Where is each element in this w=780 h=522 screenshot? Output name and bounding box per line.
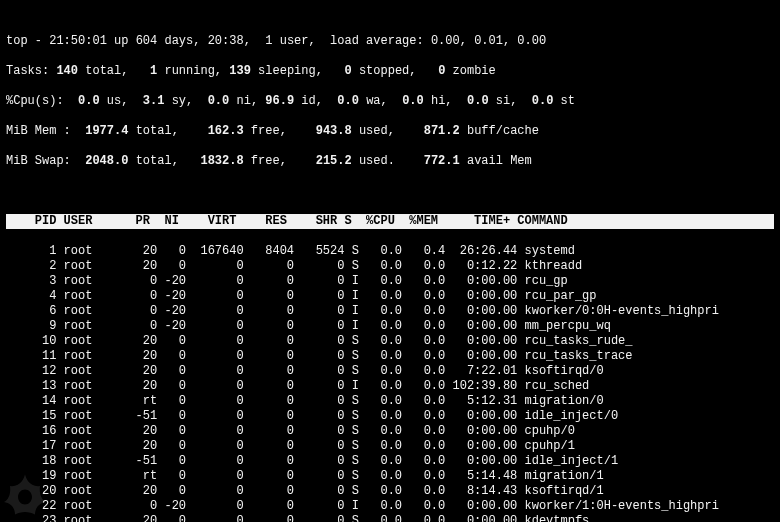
process-row: 15 root -51 0 0 0 0 S 0.0 0.0 0:00.00 id…: [6, 409, 774, 424]
process-row: 18 root -51 0 0 0 0 S 0.0 0.0 0:00.00 id…: [6, 454, 774, 469]
summary-line-cpu: %Cpu(s): 0.0 us, 3.1 sy, 0.0 ni, 96.9 id…: [6, 94, 774, 109]
process-row: 23 root 20 0 0 0 0 S 0.0 0.0 0:00.00 kde…: [6, 514, 774, 522]
blank-line: [6, 184, 774, 199]
summary-line-mem: MiB Mem : 1977.4 total, 162.3 free, 943.…: [6, 124, 774, 139]
process-header: PID USER PR NI VIRT RES SHR S %CPU %MEM …: [6, 214, 774, 229]
process-list: 1 root 20 0 167640 8404 5524 S 0.0 0.4 2…: [6, 244, 774, 522]
process-row: 11 root 20 0 0 0 0 S 0.0 0.0 0:00.00 rcu…: [6, 349, 774, 364]
process-row: 4 root 0 -20 0 0 0 I 0.0 0.0 0:00.00 rcu…: [6, 289, 774, 304]
process-row: 12 root 20 0 0 0 0 S 0.0 0.0 7:22.01 kso…: [6, 364, 774, 379]
process-row: 13 root 20 0 0 0 0 I 0.0 0.0 102:39.80 r…: [6, 379, 774, 394]
process-row: 10 root 20 0 0 0 0 S 0.0 0.0 0:00.00 rcu…: [6, 334, 774, 349]
process-row: 17 root 20 0 0 0 0 S 0.0 0.0 0:00.00 cpu…: [6, 439, 774, 454]
terminal[interactable]: top - 21:50:01 up 604 days, 20:38, 1 use…: [0, 0, 780, 522]
summary-line-uptime: top - 21:50:01 up 604 days, 20:38, 1 use…: [6, 34, 774, 49]
process-row: 22 root 0 -20 0 0 0 I 0.0 0.0 0:00.00 kw…: [6, 499, 774, 514]
process-row: 19 root rt 0 0 0 0 S 0.0 0.0 5:14.48 mig…: [6, 469, 774, 484]
summary-line-swap: MiB Swap: 2048.0 total, 1832.8 free, 215…: [6, 154, 774, 169]
process-row: 9 root 0 -20 0 0 0 I 0.0 0.0 0:00.00 mm_…: [6, 319, 774, 334]
process-row: 16 root 20 0 0 0 0 S 0.0 0.0 0:00.00 cpu…: [6, 424, 774, 439]
summary-line-tasks: Tasks: 140 total, 1 running, 139 sleepin…: [6, 64, 774, 79]
process-row: 14 root rt 0 0 0 0 S 0.0 0.0 5:12.31 mig…: [6, 394, 774, 409]
process-row: 6 root 0 -20 0 0 0 I 0.0 0.0 0:00.00 kwo…: [6, 304, 774, 319]
process-row: 20 root 20 0 0 0 0 S 0.0 0.0 8:14.43 kso…: [6, 484, 774, 499]
process-row: 3 root 0 -20 0 0 0 I 0.0 0.0 0:00.00 rcu…: [6, 274, 774, 289]
process-row: 1 root 20 0 167640 8404 5524 S 0.0 0.4 2…: [6, 244, 774, 259]
process-row: 2 root 20 0 0 0 0 S 0.0 0.0 0:12.22 kthr…: [6, 259, 774, 274]
